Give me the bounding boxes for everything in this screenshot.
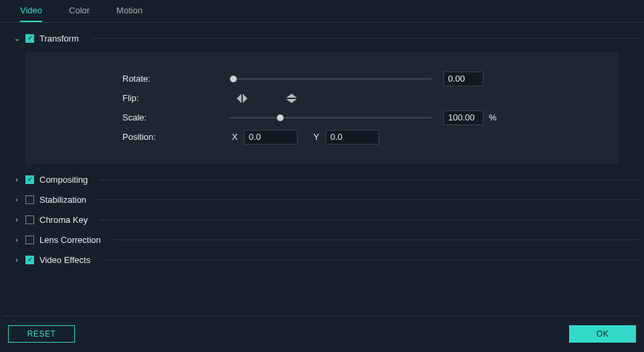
input-scale[interactable]: [443, 110, 484, 125]
section-title-compositing: Compositing: [39, 175, 88, 185]
ok-button[interactable]: OK: [569, 325, 636, 343]
row-scale: Scale: %: [25, 108, 619, 127]
section-title-transform: Transform: [39, 33, 79, 43]
chevron-right-icon: ›: [13, 256, 20, 264]
section-title-stabilization: Stabilization: [39, 195, 86, 205]
checkbox-compositing[interactable]: [25, 175, 34, 184]
tab-motion[interactable]: Motion: [116, 5, 142, 22]
tab-video[interactable]: Video: [20, 5, 42, 22]
section-header-compositing[interactable]: › Compositing: [5, 169, 639, 189]
checkbox-transform[interactable]: [25, 34, 34, 43]
section-header-transform[interactable]: ⌄ Transform: [5, 28, 639, 48]
label-position: Position:: [122, 132, 229, 142]
input-rotate[interactable]: [443, 72, 484, 86]
section-header-lens-correction[interactable]: › Lens Correction: [5, 230, 639, 250]
footer: RESET OK: [0, 316, 644, 352]
checkbox-lens-correction[interactable]: [25, 236, 34, 244]
section-title-video-effects: Video Effects: [39, 255, 90, 265]
row-rotate: Rotate:: [25, 69, 619, 88]
label-scale: Scale:: [122, 112, 229, 122]
label-rotate: Rotate:: [122, 74, 229, 84]
slider-scale[interactable]: [229, 113, 431, 122]
row-flip: Flip:: [25, 88, 619, 108]
checkbox-chroma-key[interactable]: [25, 215, 34, 224]
slider-rotate[interactable]: [229, 74, 431, 84]
flip-vertical-icon[interactable]: [286, 92, 298, 104]
input-pos-y[interactable]: [326, 130, 379, 145]
checkbox-stabilization[interactable]: [25, 195, 34, 204]
unit-scale: %: [489, 112, 497, 122]
label-pos-y: Y: [311, 132, 322, 142]
checkbox-video-effects[interactable]: [25, 256, 34, 264]
label-flip: Flip:: [122, 93, 229, 103]
section-title-lens-correction: Lens Correction: [39, 235, 101, 245]
chevron-right-icon: ›: [13, 175, 20, 183]
row-position: Position: X Y: [25, 127, 619, 147]
chevron-right-icon: ›: [13, 215, 20, 224]
chevron-down-icon: ⌄: [13, 34, 20, 43]
label-pos-x: X: [229, 132, 240, 142]
section-header-video-effects[interactable]: › Video Effects: [5, 250, 639, 270]
flip-horizontal-icon[interactable]: [236, 92, 248, 104]
transform-panel: Rotate: Flip:: [25, 52, 619, 164]
section-header-stabilization[interactable]: › Stabilization: [5, 189, 639, 209]
input-pos-x[interactable]: [244, 130, 298, 145]
slider-thumb-scale[interactable]: [277, 114, 284, 121]
section-header-chroma-key[interactable]: › Chroma Key: [5, 209, 639, 230]
chevron-right-icon: ›: [13, 236, 20, 244]
slider-thumb-rotate[interactable]: [230, 76, 237, 82]
section-title-chroma-key: Chroma Key: [39, 215, 88, 225]
tab-color[interactable]: Color: [69, 5, 90, 22]
inspector-content: ⌄ Transform Rotate: Flip:: [0, 23, 644, 270]
chevron-right-icon: ›: [13, 195, 20, 203]
reset-button[interactable]: RESET: [8, 325, 75, 343]
inspector-tabs: Video Color Motion: [0, 0, 644, 23]
